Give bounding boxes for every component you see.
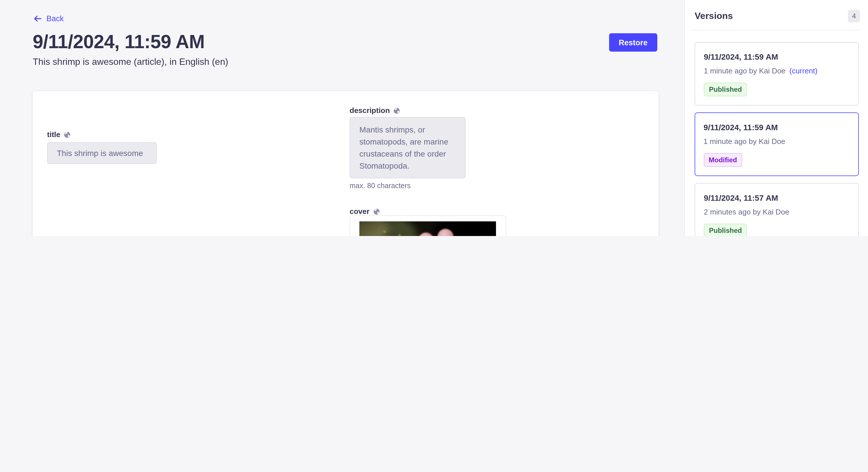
title-input: This shrimp is awesome	[47, 142, 157, 164]
version-status-row: Published	[704, 82, 849, 96]
current-version-label: (current)	[789, 67, 817, 75]
description-label-text: description	[350, 106, 390, 115]
versions-sidebar: Versions 4 9/11/2024, 11:59 AM 1 minute …	[684, 0, 868, 236]
version-meta: 2 minutes ago by Kai Doe	[704, 208, 849, 216]
restore-button[interactable]: Restore	[609, 33, 657, 52]
versions-header: Versions 4	[685, 0, 868, 30]
version-status-badge: Modified	[704, 153, 742, 167]
version-meta-text: 2 minutes ago by Kai Doe	[704, 208, 789, 216]
back-link[interactable]: Back	[33, 14, 64, 23]
version-status-row: Published	[704, 224, 849, 236]
back-label: Back	[46, 14, 64, 23]
cover-label-text: cover	[350, 207, 369, 216]
version-meta-text: 1 minute ago by Kai Doe	[704, 67, 786, 75]
globe-icon	[393, 107, 400, 114]
globe-icon	[64, 131, 71, 138]
cover-image	[360, 222, 496, 236]
version-timestamp: 9/11/2024, 11:59 AM	[704, 52, 849, 61]
description-hint: max. 80 characters	[350, 182, 411, 190]
version-timestamp: 9/11/2024, 11:57 AM	[704, 193, 849, 202]
versions-count-badge: 4	[848, 10, 860, 22]
description-field-label: description	[350, 106, 400, 115]
cover-media-card: this-shrimp-is-awesome	[350, 215, 506, 236]
version-list: 9/11/2024, 11:59 AM 1 minute ago by Kai …	[685, 30, 868, 236]
entry-form-card: title This shrimp is awesome description…	[33, 91, 658, 236]
versions-title: Versions	[694, 11, 733, 21]
cover-field-label: cover	[350, 207, 380, 216]
version-history-page: Back 9/11/2024, 11:59 AM Restore This sh…	[0, 0, 868, 236]
version-status-badge: Published	[704, 82, 747, 96]
page-title: 9/11/2024, 11:59 AM	[33, 31, 205, 53]
page-subtitle: This shrimp is awesome (article), in Eng…	[33, 57, 228, 67]
globe-icon	[373, 208, 380, 215]
title-label-text: title	[47, 130, 60, 139]
version-item[interactable]: 9/11/2024, 11:59 AM 1 minute ago by Kai …	[694, 42, 859, 105]
version-meta: 1 minute ago by Kai Doe (current)	[704, 67, 849, 75]
title-field-label: title	[47, 130, 71, 139]
mantis-shrimp-picture	[360, 222, 496, 236]
version-status-row: Modified	[704, 153, 850, 167]
main-content: Back 9/11/2024, 11:59 AM Restore This sh…	[0, 0, 684, 236]
version-status-badge: Published	[704, 224, 747, 236]
arrow-left-icon	[33, 14, 42, 23]
description-textarea: Mantis shrimps, or stomatopods, are mari…	[350, 117, 466, 178]
version-timestamp: 9/11/2024, 11:59 AM	[704, 123, 850, 132]
version-meta: 1 minute ago by Kai Doe	[704, 137, 850, 145]
version-meta-text: 1 minute ago by Kai Doe	[704, 137, 785, 145]
version-item-selected[interactable]: 9/11/2024, 11:59 AM 1 minute ago by Kai …	[694, 112, 859, 176]
version-item[interactable]: 9/11/2024, 11:57 AM 2 minutes ago by Kai…	[694, 183, 859, 236]
